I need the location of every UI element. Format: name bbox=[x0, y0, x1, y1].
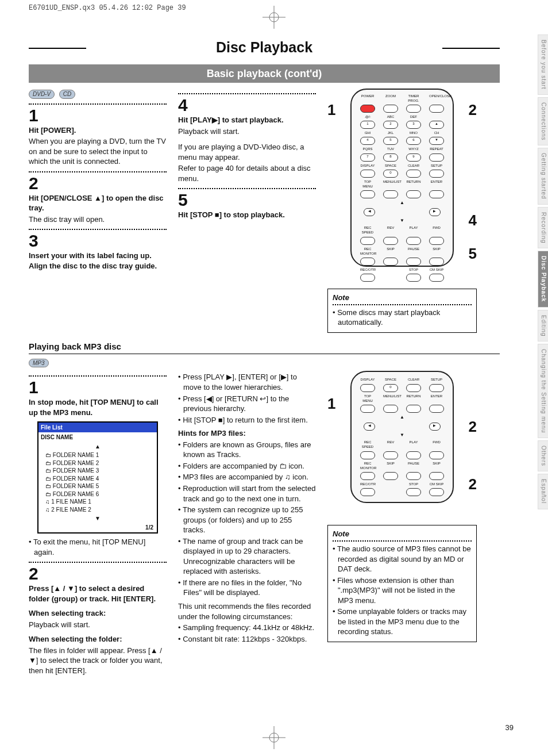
step-5-head: Hit [STOP ■] to stop playback. bbox=[178, 210, 316, 220]
mp3-col-3: 1 2 2 DISPLAYSPACECLEARSETUP 0 TOP MENUM… bbox=[327, 371, 477, 676]
tab-disc-playback: Disc Playback bbox=[538, 251, 548, 307]
note-2-item: The audio source of MP3 files cannot be … bbox=[333, 544, 472, 574]
file-list-disc: DISC NAME bbox=[38, 432, 157, 443]
tab-before-you-start: Before you start bbox=[538, 34, 548, 95]
step-4-p1: Playback will start. bbox=[178, 126, 316, 137]
rec-item: Constant bit rate: 112kbps - 320kbps. bbox=[178, 634, 316, 644]
step-1-num: 1 bbox=[29, 107, 167, 124]
tab-changing-setting: Changing the Setting menu bbox=[538, 344, 548, 438]
folder-row: 🗀 FOLDER NAME 3 bbox=[45, 467, 150, 475]
callout-5: 5 bbox=[469, 244, 477, 264]
hint-item: Hit [STOP ■] to return to the first item… bbox=[178, 415, 316, 425]
callout-2: 2 bbox=[469, 100, 477, 120]
print-meta: E6701UD_ENSP.qx3 05.4.26 12:02 Page 39 bbox=[29, 3, 186, 13]
hint-item: Reproduction will start from the selecte… bbox=[178, 483, 316, 504]
step-4-p3: Refer to page 40 for details about a dis… bbox=[178, 163, 316, 183]
folder-row: 🗀 FOLDER NAME 4 bbox=[45, 475, 150, 483]
hint-item: Folders are accompanied by 🗀 icon. bbox=[178, 461, 316, 471]
mp3-badge: MP3 bbox=[29, 359, 49, 368]
crop-mark-bottom bbox=[263, 726, 285, 749]
file-list: File List DISC NAME ▲ 🗀 FOLDER NAME 1 🗀 … bbox=[37, 421, 158, 534]
note-2-item: Files whose extension is other than ".mp… bbox=[333, 575, 472, 606]
column-3: 1 2 4 5 POWERZOOMTIMER PROG.OPEN/CLOSE .… bbox=[327, 89, 477, 333]
folder-row: 🗀 FOLDER NAME 1 bbox=[45, 451, 150, 459]
page-title-text: Disc Playback bbox=[216, 39, 312, 55]
step-3-num: 3 bbox=[29, 232, 167, 250]
side-tabs: Before you start Connections Getting sta… bbox=[538, 34, 548, 512]
step-1-body: When you are playing a DVD, turn the TV … bbox=[29, 136, 167, 167]
step-4-head: Hit [PLAY▶] to start playback. bbox=[178, 115, 316, 125]
tab-recording: Recording bbox=[538, 207, 548, 249]
mp3-col-1: 1 In stop mode, hit [TOP MENU] to call u… bbox=[29, 371, 167, 676]
page-number: 39 bbox=[505, 723, 514, 733]
tab-getting-started: Getting started bbox=[538, 148, 548, 205]
track-body: Playback will start. bbox=[29, 620, 167, 630]
hint-item: The name of group and track can be displ… bbox=[178, 536, 316, 577]
note-2-item: Some unplayable folders or tracks may be… bbox=[333, 607, 472, 637]
mp3-step-1-num: 1 bbox=[29, 379, 167, 396]
callout-4: 4 bbox=[469, 210, 477, 231]
track-head: When selecting track: bbox=[29, 608, 167, 619]
callout2-2a: 2 bbox=[469, 417, 477, 437]
step-2-num: 2 bbox=[29, 175, 167, 192]
step-5-num: 5 bbox=[178, 191, 316, 209]
column-1: DVD-V CD 1 Hit [POWER]. When you are pla… bbox=[29, 89, 167, 333]
section-header: Basic playback (cont'd) bbox=[29, 64, 500, 83]
mp3-subhead: Playing back MP3 disc bbox=[29, 341, 500, 354]
tab-editing: Editing bbox=[538, 310, 548, 342]
step-2-head: Hit [OPEN/CLOSE ▲] to open the disc tray… bbox=[29, 193, 167, 213]
folder-head: When selecting the folder: bbox=[29, 634, 167, 644]
mp3-step-1-head: In stop mode, hit [TOP MENU] to call up … bbox=[29, 397, 167, 417]
hint-item: Press [◀] or [RETURN ↩] to the previous … bbox=[178, 394, 316, 414]
file-row: ♫ 2 FILE NAME 2 bbox=[45, 506, 150, 514]
hints-head: Hints for MP3 files: bbox=[178, 428, 316, 439]
folder-row: 🗀 FOLDER NAME 6 bbox=[45, 490, 150, 498]
tab-espanol: Español bbox=[538, 474, 548, 509]
file-list-title: File List bbox=[38, 423, 157, 433]
note-1-label: Note bbox=[333, 293, 472, 303]
callout2-1: 1 bbox=[327, 394, 335, 414]
step-4-p2: If you are playing a DVD-Video disc, a m… bbox=[178, 142, 316, 162]
step-3-head: Insert your with its label facing up. Al… bbox=[29, 251, 167, 271]
mp3-step-2-num: 2 bbox=[29, 565, 167, 582]
note-2-label: Note bbox=[333, 529, 472, 539]
hint-item: Press [PLAY ▶], [ENTER] or [▶] to move t… bbox=[178, 372, 316, 392]
rec-intro: This unit recommends the files recorded … bbox=[178, 601, 316, 621]
exit-menu-note: To exit the menu, hit [TOP MENU] again. bbox=[29, 537, 167, 557]
cd-badge: CD bbox=[59, 90, 75, 99]
note-1-item: Some discs may start playback automatica… bbox=[333, 308, 472, 328]
step-1-head: Hit [POWER]. bbox=[29, 125, 167, 136]
note-1: Note Some discs may start playback autom… bbox=[327, 289, 477, 333]
column-2: 4 Hit [PLAY▶] to start playback. Playbac… bbox=[178, 89, 316, 333]
tab-connections: Connections bbox=[538, 97, 548, 146]
hint-item: MP3 files are accompanied by ♫ icon. bbox=[178, 472, 316, 482]
tab-others: Others bbox=[538, 440, 548, 471]
folder-row: 🗀 FOLDER NAME 5 bbox=[45, 482, 150, 490]
rec-item: Sampling frequency: 44.1kHz or 48kHz. bbox=[178, 623, 316, 633]
step-4-num: 4 bbox=[178, 97, 316, 114]
mp3-col-2: Press [PLAY ▶], [ENTER] or [▶] to move t… bbox=[178, 371, 316, 676]
remote-diagram-2: 1 2 2 DISPLAYSPACECLEARSETUP 0 TOP MENUM… bbox=[327, 371, 477, 520]
step-2-body: The disc tray will open. bbox=[29, 214, 167, 225]
crop-mark-top bbox=[263, 6, 285, 29]
note-2: Note The audio source of MP3 files canno… bbox=[327, 525, 477, 642]
mp3-step-2-head: Press [▲ / ▼] to select a desired folder… bbox=[29, 584, 167, 604]
hint-item: The system can recognize up to 255 group… bbox=[178, 505, 316, 535]
file-row: ♫ 1 FILE NAME 1 bbox=[45, 498, 150, 506]
file-list-pager: 1/2 bbox=[38, 523, 157, 533]
folder-row: 🗀 FOLDER NAME 2 bbox=[45, 459, 150, 467]
remote-diagram: 1 2 4 5 POWERZOOMTIMER PROG.OPEN/CLOSE .… bbox=[327, 89, 477, 284]
callout-1: 1 bbox=[327, 100, 335, 120]
dvd-badge: DVD-V bbox=[29, 90, 55, 99]
page-title: Disc Playback bbox=[29, 34, 500, 61]
hint-item: Folders are known as Groups, files are k… bbox=[178, 440, 316, 460]
folder-body: The files in folder will appear. Press [… bbox=[29, 646, 167, 676]
hint-item: If there are no files in the folder, "No… bbox=[178, 578, 316, 598]
callout2-2b: 2 bbox=[469, 474, 477, 494]
